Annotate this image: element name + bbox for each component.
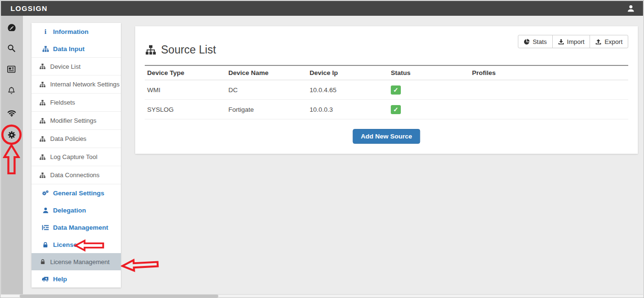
- sitemap-icon: [39, 82, 46, 87]
- settings-sidebar: i Information Data Input Device List Int…: [32, 23, 121, 287]
- device-ip-cell: 10.0.4.65: [307, 86, 388, 94]
- sidebar-item-internal-network-settings[interactable]: Internal Network Settings: [32, 75, 121, 94]
- sitemap-icon: [39, 154, 46, 160]
- sidebar-item-device-list[interactable]: Device List: [32, 57, 121, 75]
- sitemap-icon: [39, 100, 46, 106]
- topbar: LOGSIGN: [1, 1, 643, 16]
- sitemap-icon: [39, 136, 46, 142]
- lock-icon: [39, 259, 46, 265]
- col-device-type: Device Type: [145, 69, 226, 76]
- sidebar-item-delegation[interactable]: Delegation: [32, 202, 121, 219]
- device-name-cell: DC: [226, 86, 307, 94]
- search-icon[interactable]: [6, 43, 17, 53]
- download-icon: [558, 39, 564, 45]
- notifications-bell-icon[interactable]: [6, 85, 17, 96]
- sidebar-item-data-policies[interactable]: Data Policies: [32, 130, 121, 148]
- sidebar-item-general-settings[interactable]: General Settings: [32, 184, 121, 202]
- info-icon: i: [42, 28, 49, 35]
- table-row: WMI DC 10.0.4.65 ✓: [145, 80, 628, 100]
- sitemap-icon: [39, 172, 46, 178]
- scrollbar-thumb[interactable]: [20, 295, 218, 298]
- annotation-left-arrow-license-management: [120, 257, 159, 273]
- logsign-logo[interactable]: LOGSIGN: [11, 4, 48, 12]
- settings-gear-icon[interactable]: [6, 129, 17, 140]
- export-button[interactable]: Export: [590, 35, 628, 48]
- upload-icon: [595, 39, 601, 45]
- col-device-name: Device Name: [226, 69, 307, 76]
- sitemap-icon: [39, 118, 46, 124]
- status-enabled-toggle[interactable]: ✓: [391, 105, 401, 114]
- stats-button[interactable]: Stats: [518, 35, 553, 48]
- sitemap-icon: [42, 46, 49, 52]
- col-device-ip: Device Ip: [307, 69, 388, 76]
- sidebar-item-data-management[interactable]: Data Management: [32, 219, 121, 236]
- import-button[interactable]: Import: [552, 35, 590, 48]
- app-window: LOGSIGN i Information: [0, 0, 644, 298]
- horizontal-scrollbar[interactable]: [1, 294, 643, 298]
- source-table: Device Type Device Name Device Ip Status…: [145, 65, 628, 119]
- status-enabled-toggle[interactable]: ✓: [391, 85, 401, 95]
- cogs-icon: [42, 190, 49, 196]
- sidebar-item-modifier-settings[interactable]: Modifier Settings: [32, 112, 121, 130]
- check-icon: ✓: [393, 86, 398, 94]
- sidebar-item-license-management[interactable]: License Management: [32, 253, 121, 270]
- dashboard-icon[interactable]: [6, 22, 17, 33]
- table-header-row: Device Type Device Name Device Ip Status…: [145, 66, 628, 80]
- device-type-cell: SYSLOG: [145, 106, 226, 113]
- page-title: Source List: [146, 43, 216, 56]
- col-profiles: Profiles: [470, 69, 628, 76]
- sidebar-item-information[interactable]: i Information: [32, 23, 121, 41]
- pie-chart-icon: [524, 39, 530, 45]
- check-icon: ✓: [393, 106, 398, 113]
- sidebar-item-data-connections[interactable]: Data Connections: [32, 166, 121, 184]
- sidebar-item-fieldsets[interactable]: Fieldsets: [32, 94, 121, 112]
- sidebar-item-data-input[interactable]: Data Input: [32, 41, 121, 57]
- device-ip-cell: 10.0.0.3: [307, 106, 388, 113]
- sidebar-item-license[interactable]: License: [32, 236, 121, 253]
- sidebar-item-log-capture-tool[interactable]: Log Capture Tool: [32, 148, 121, 166]
- icon-rail: [1, 16, 23, 295]
- lock-icon: [42, 242, 49, 248]
- news-icon[interactable]: [6, 64, 17, 74]
- device-name-cell: Fortigate: [226, 106, 307, 113]
- list-indent-icon: [42, 224, 49, 231]
- source-list-panel: Source List Stats Import Export Device T…: [135, 26, 638, 154]
- user-icon: [42, 207, 49, 213]
- col-status: Status: [388, 69, 470, 76]
- add-new-source-button[interactable]: Add New Source: [353, 129, 420, 144]
- sitemap-icon: [146, 45, 156, 55]
- device-type-cell: WMI: [145, 86, 226, 94]
- list-toolbar: Stats Import Export: [518, 35, 628, 48]
- ambulance-icon: [42, 276, 49, 282]
- sidebar-item-help[interactable]: Help: [32, 270, 121, 287]
- sitemap-icon: [39, 64, 46, 69]
- table-row: SYSLOG Fortigate 10.0.0.3 ✓: [145, 100, 628, 119]
- user-icon[interactable]: [627, 5, 634, 12]
- wifi-icon[interactable]: [6, 107, 17, 118]
